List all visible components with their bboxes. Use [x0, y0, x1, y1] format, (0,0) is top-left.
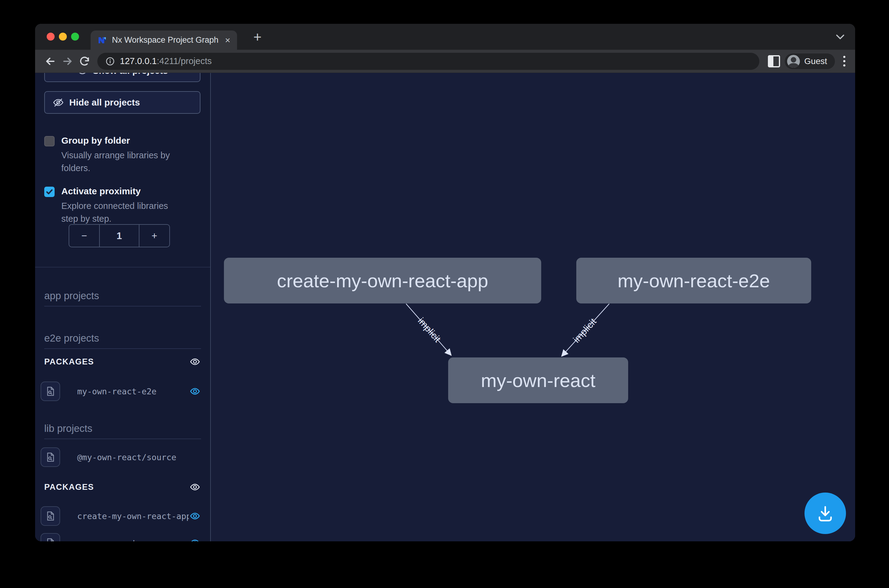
download-icon: [815, 503, 835, 524]
packages-header-2: PACKAGES: [44, 482, 201, 492]
browser-tab[interactable]: Nx Workspace Project Graph ×: [91, 30, 237, 50]
hide-all-projects-button[interactable]: Hide all projects: [44, 91, 200, 114]
group-by-folder-checkbox[interactable]: [44, 136, 55, 146]
hide-all-projects-label: Hide all projects: [69, 97, 140, 108]
url-text: 127.0.0.1:4211/projects: [120, 56, 212, 66]
project-visibility-eye-icon[interactable]: [189, 386, 201, 396]
screenshot-stage: Nx Workspace Project Graph × +: [0, 0, 889, 588]
page-content: Show all projects Hide all projects Grou…: [35, 73, 855, 542]
address-bar[interactable]: 127.0.0.1:4211/projects: [97, 53, 759, 70]
show-all-projects-button[interactable]: Show all projects: [44, 73, 200, 82]
browser-window: Nx Workspace Project Graph × +: [35, 24, 855, 542]
window-zoom-button[interactable]: [71, 33, 79, 40]
tab-strip: Nx Workspace Project Graph × +: [35, 24, 855, 50]
eye-off-icon: [53, 97, 64, 108]
decrease-button[interactable]: −: [69, 225, 100, 247]
sidebar: Show all projects Hide all projects Grou…: [35, 73, 211, 542]
lib-projects-header: lib projects: [44, 423, 201, 439]
project-graph-canvas[interactable]: implicit implicit create-my-own-react-ap…: [211, 73, 855, 542]
tab-title: Nx Workspace Project Graph: [112, 35, 220, 45]
avatar: [787, 55, 800, 68]
group-by-folder-label[interactable]: Group by folder: [61, 135, 202, 146]
eye-icon: [77, 73, 88, 76]
window-close-button[interactable]: [47, 33, 55, 40]
nx-favicon-icon: [97, 35, 107, 45]
project-row-my-own-react[interactable]: my-own-react: [41, 533, 201, 542]
depth-value: 1: [100, 225, 139, 247]
project-name: @my-own-react/source: [77, 453, 201, 462]
increase-button[interactable]: +: [139, 225, 169, 247]
profile-button[interactable]: Guest: [784, 53, 835, 69]
edge-e2e-to-my-own-react[interactable]: implicit: [562, 304, 609, 356]
project-visibility-eye-icon[interactable]: [189, 538, 201, 542]
file-search-icon[interactable]: [41, 533, 60, 542]
project-visibility-eye-icon[interactable]: [189, 511, 201, 521]
activate-proximity-checkbox[interactable]: [44, 187, 55, 197]
file-search-icon[interactable]: [41, 447, 60, 467]
proximity-depth-stepper: − 1 +: [69, 224, 170, 248]
packages-title: PACKAGES: [44, 483, 94, 492]
activate-proximity-row: Activate proximity Explore connected lib…: [44, 186, 202, 225]
url-path: :4211/projects: [157, 56, 212, 66]
activate-proximity-label[interactable]: Activate proximity: [61, 186, 202, 196]
file-search-icon[interactable]: [41, 506, 60, 526]
url-host: 127.0.0.1: [120, 56, 157, 66]
reload-button[interactable]: [76, 53, 93, 70]
graph-edges: implicit implicit: [211, 73, 854, 542]
project-name: my-own-react-e2e: [77, 387, 189, 396]
graph-node-my-own-react-e2e[interactable]: my-own-react-e2e: [576, 258, 811, 303]
graph-node-create-my-own-react-app[interactable]: create-my-own-react-app: [224, 258, 541, 303]
graph-node-my-own-react[interactable]: my-own-react: [448, 357, 628, 403]
show-all-projects-label: Show all projects: [93, 73, 168, 76]
toggle-all-packages-eye-icon[interactable]: [189, 482, 201, 492]
window-minimize-button[interactable]: [59, 33, 67, 40]
profile-label: Guest: [804, 56, 827, 66]
activate-proximity-description: Explore connected libraries step by step…: [61, 200, 183, 225]
e2e-projects-header: e2e projects: [44, 332, 201, 349]
packages-title: PACKAGES: [44, 357, 94, 367]
side-panel-icon[interactable]: [768, 55, 780, 68]
forward-button[interactable]: [59, 53, 76, 70]
group-by-folder-row: Group by folder Visually arrange librari…: [44, 135, 202, 174]
edge-create-app-to-my-own-react[interactable]: implicit: [406, 304, 451, 355]
browser-toolbar: 127.0.0.1:4211/projects Guest: [35, 50, 855, 73]
edge-label: implicit: [571, 316, 599, 345]
project-row-create-my-own-react-app[interactable]: create-my-own-react-app: [41, 506, 201, 526]
toggle-all-packages-eye-icon[interactable]: [189, 357, 201, 367]
project-name: create-my-own-react-app: [77, 512, 189, 521]
project-row-my-own-react-e2e[interactable]: my-own-react-e2e: [41, 381, 201, 401]
browser-menu-icon[interactable]: [840, 56, 848, 66]
sidebar-divider: [35, 267, 210, 267]
site-info-icon[interactable]: [105, 56, 115, 66]
file-search-icon[interactable]: [41, 381, 60, 401]
back-button[interactable]: [42, 53, 59, 70]
group-by-folder-description: Visually arrange libraries by folders.: [61, 149, 183, 174]
app-projects-header: app projects: [44, 290, 201, 306]
project-name: my-own-react: [77, 538, 189, 542]
new-tab-button[interactable]: +: [249, 28, 266, 46]
packages-header-1: PACKAGES: [44, 357, 201, 367]
edge-label: implicit: [416, 316, 443, 345]
chevron-down-icon[interactable]: [835, 33, 845, 41]
project-row-my-own-react-source[interactable]: @my-own-react/source: [41, 447, 201, 467]
download-graph-button[interactable]: [805, 492, 846, 534]
tab-close-icon[interactable]: ×: [225, 36, 230, 45]
